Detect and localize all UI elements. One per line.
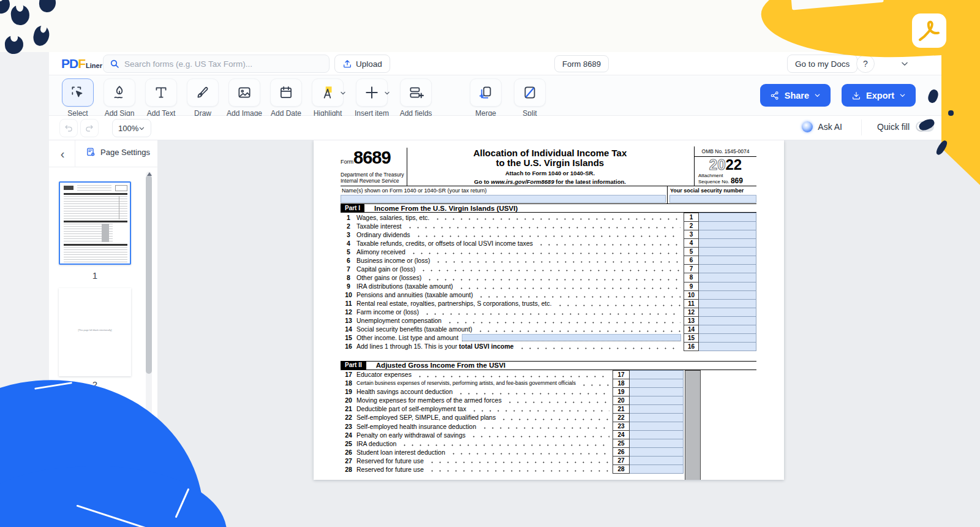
- line-label: Wages, salaries, tips, etc.: [356, 214, 429, 221]
- ssn-label: Your social security number: [670, 188, 744, 194]
- form-line-15: 15Other income. List type and amount15: [341, 333, 756, 343]
- tool-draw[interactable]: Draw: [185, 78, 221, 118]
- dot-leaders: [470, 430, 609, 439]
- line-3-amount-field[interactable]: [699, 230, 756, 239]
- sidebar-scrollbar-thumb[interactable]: [146, 175, 152, 374]
- line-24-amount-field[interactable]: [630, 430, 684, 439]
- line-number: 3: [341, 231, 356, 238]
- line-2-amount-field[interactable]: [699, 221, 756, 230]
- line-label: Self-employed SEP, SIMPLE, and qualified…: [356, 414, 496, 421]
- divider: [861, 119, 862, 135]
- line-19-amount-field[interactable]: [630, 387, 684, 396]
- name-field[interactable]: [341, 195, 666, 203]
- line-6-amount-field[interactable]: [699, 256, 756, 265]
- line-25-amount-field[interactable]: [630, 439, 684, 448]
- line-5-amount-field[interactable]: [699, 247, 756, 256]
- decor-navy-blob: [31, 24, 51, 47]
- account-chevron-down-icon[interactable]: [900, 59, 909, 68]
- tool-highlight[interactable]: Highlight: [310, 78, 345, 118]
- line-4-amount-field[interactable]: [699, 238, 756, 248]
- insert-item-chevron-icon[interactable]: [383, 89, 391, 97]
- line-15-amount-field[interactable]: [699, 333, 756, 343]
- line-26-amount-field[interactable]: [630, 447, 684, 457]
- tool-split[interactable]: Split: [512, 78, 548, 118]
- line-14-amount-field[interactable]: [699, 325, 756, 334]
- line-15-text-field[interactable]: [462, 334, 681, 341]
- line-label: Moving expenses for members of the armed…: [356, 396, 502, 404]
- line-number: 8: [341, 274, 356, 281]
- line-7-amount-field[interactable]: [699, 264, 756, 273]
- line-number: 1: [341, 214, 356, 221]
- redo-icon: [85, 123, 94, 133]
- sequence-number: 869: [731, 176, 743, 185]
- form-fields-icon: [408, 85, 424, 100]
- line-16-amount-field[interactable]: [699, 342, 756, 351]
- line-20-amount-field[interactable]: [630, 396, 684, 405]
- line-number: 11: [341, 300, 356, 307]
- page-thumbnail-2[interactable]: [This page left blank intentionally]: [59, 288, 131, 376]
- go-to-my-docs-button[interactable]: Go to my Docs: [787, 55, 858, 73]
- form-line-20: 20Moving expenses for members of the arm…: [341, 396, 684, 405]
- line-box-number: 23: [612, 422, 630, 431]
- line-11-amount-field[interactable]: [699, 299, 756, 308]
- dot-leaders: [470, 404, 609, 414]
- redo-button[interactable]: [80, 119, 99, 137]
- line-1-amount-field[interactable]: [699, 213, 756, 222]
- tool-select[interactable]: Select: [60, 78, 96, 118]
- tool-add-sign[interactable]: Add Sign: [102, 78, 137, 118]
- select-cursor-icon: [70, 85, 86, 100]
- search-input[interactable]: Search forms (e.g. US Tax Form)...: [103, 55, 330, 73]
- line-label: Add lines 1 through 15. This is your tot…: [356, 343, 514, 350]
- tool-add-image[interactable]: Add Image: [227, 78, 262, 118]
- zoom-level-dropdown[interactable]: 100%: [112, 119, 151, 137]
- line-number: 27: [341, 457, 356, 464]
- line-number: 28: [341, 466, 356, 473]
- tool-add-date[interactable]: Add Date: [268, 78, 304, 118]
- tool-insert-item[interactable]: Insert item: [354, 78, 390, 118]
- tool-merge[interactable]: Merge: [468, 78, 503, 118]
- page-thumbnail-1[interactable]: [59, 181, 131, 265]
- line-label: Business income or (loss): [356, 257, 430, 264]
- line-9-amount-field[interactable]: [699, 282, 756, 291]
- page-settings-button[interactable]: Page Settings: [86, 147, 150, 157]
- line-12-amount-field[interactable]: [699, 308, 756, 317]
- line-10-amount-field[interactable]: [699, 290, 756, 300]
- help-button[interactable]: ?: [856, 55, 875, 73]
- scroll-up-arrow[interactable]: [147, 172, 152, 176]
- dot-leaders: [457, 387, 609, 396]
- tool-add-text[interactable]: Add Text: [143, 78, 179, 118]
- ssn-field[interactable]: [669, 195, 756, 203]
- line-13-amount-field[interactable]: [699, 316, 756, 325]
- ask-ai-button[interactable]: Ask AI: [802, 121, 842, 132]
- line-number: 9: [341, 282, 356, 290]
- form-line-4: 4Taxable refunds, credits, or offsets of…: [341, 238, 756, 248]
- highlight-chevron-icon[interactable]: [339, 89, 347, 97]
- collapse-sidebar-button[interactable]: ‹: [55, 146, 70, 161]
- form-line-3: 3Ordinary dividends3: [341, 230, 756, 239]
- current-document-pill[interactable]: Form 8689: [554, 55, 609, 72]
- line-22-amount-field[interactable]: [630, 413, 684, 422]
- share-button[interactable]: Share: [760, 84, 831, 107]
- line-label: Self-employed health insurance deduction: [356, 423, 477, 430]
- form-line-5: 5Alimony received5: [341, 247, 756, 256]
- export-button[interactable]: Export: [842, 84, 916, 107]
- line-23-amount-field[interactable]: [630, 422, 684, 431]
- undo-button[interactable]: [59, 119, 78, 137]
- form-word: Form: [341, 159, 353, 165]
- pdfliner-logo[interactable]: PDF Liner: [61, 56, 102, 71]
- line-21-amount-field[interactable]: [630, 404, 684, 414]
- line-28-amount-field[interactable]: [630, 464, 684, 474]
- tool-add-fields[interactable]: Add fields: [398, 78, 434, 118]
- line-8-amount-field[interactable]: [699, 273, 756, 282]
- part2-rows: 17Educator expenses1718Certain business …: [341, 370, 684, 474]
- upload-button[interactable]: Upload: [334, 55, 390, 73]
- name-ssn-section: Name(s) shown on Form 1040 or 1040-SR (y…: [341, 186, 756, 203]
- line-27-amount-field[interactable]: [630, 456, 684, 465]
- line-17-amount-field[interactable]: [630, 370, 684, 379]
- line-18-amount-field[interactable]: [630, 379, 684, 388]
- form-line-22: 22Self-employed SEP, SIMPLE, and qualifi…: [341, 413, 684, 422]
- goto-instruction: Go to www.irs.gov/Form8689 for the lates…: [409, 178, 692, 185]
- dot-leaders: [416, 370, 609, 379]
- tax-year: 2022: [695, 157, 756, 173]
- page-number-1: 1: [59, 270, 131, 281]
